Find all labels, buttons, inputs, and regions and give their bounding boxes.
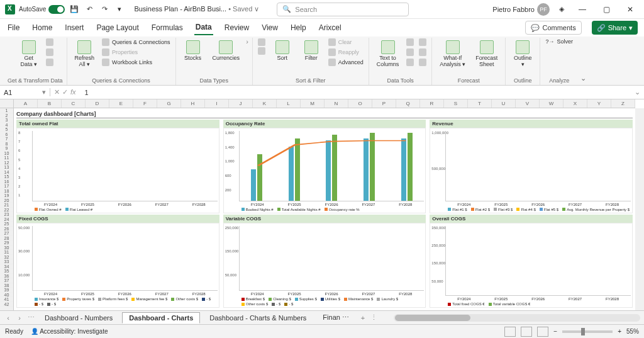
document-title[interactable]: Business Plan - AirBnB Busi... • Saved ∨ [134, 5, 259, 13]
tab-data[interactable]: Data [194, 20, 213, 35]
chart-occupancy-rate[interactable]: Occupancy Rate 2006001,0001,4001,800 FY2… [223, 120, 426, 213]
reapply-button[interactable]: Reapply [327, 48, 365, 57]
expand-formula-bar-icon[interactable]: ⌄ [631, 88, 644, 96]
properties-button[interactable]: Properties [101, 48, 172, 57]
new-sheet-button[interactable]: + [358, 314, 367, 322]
sort-icon [275, 40, 289, 54]
zoom-level[interactable]: 55% [626, 328, 639, 335]
qat-dropdown-icon[interactable]: ▾ [114, 4, 125, 15]
collapse-ribbon-icon[interactable]: ⌄ [578, 72, 589, 85]
tab-arixcel[interactable]: Arixcel [318, 21, 343, 35]
sort-button[interactable]: Sort [269, 38, 296, 64]
data-model-icon[interactable] [418, 58, 428, 67]
cancel-icon[interactable]: ✕ [54, 88, 60, 96]
sort-za-icon[interactable] [257, 47, 267, 55]
currencies-button[interactable]: Currencies [209, 38, 244, 64]
tab-page-layout[interactable]: Page Layout [95, 21, 140, 35]
sheet-tab[interactable]: Dashboard - Numbers [38, 312, 119, 324]
undo-icon[interactable]: ↶ [84, 4, 95, 15]
whatif-button[interactable]: What-IfAnalysis ▾ [436, 38, 469, 70]
refresh-all-button[interactable]: RefreshAll ▾ [71, 38, 99, 70]
column-headers[interactable]: ABCDEFGHIJKLMNOPQRSTUVWXYZ [14, 99, 635, 108]
sheet-list-icon[interactable]: ⋮ [370, 313, 379, 322]
group-forecast: What-IfAnalysis ▾ ForecastSheet Forecast [432, 38, 506, 85]
relationships-icon[interactable] [418, 48, 428, 57]
chevron-down-icon[interactable]: ▾ [42, 88, 46, 96]
data-validation-icon[interactable] [405, 58, 415, 67]
chart-total-owned-flat[interactable]: Total owned Flat 12345678 FY2024FY2025FY… [16, 120, 219, 213]
text-to-columns-button[interactable]: Text toColumns [373, 38, 403, 70]
chart-variable-cogs[interactable]: Variable COGS 50,000150,000250,000 FY202… [223, 215, 426, 308]
chart-revenue[interactable]: Revenue 500,0001,000,000 FY2024FY2025FY2… [430, 120, 633, 213]
sort-az-icon[interactable] [257, 38, 267, 47]
comments-button[interactable]: 💬 Comments [525, 21, 581, 35]
diamond-icon[interactable]: ◈ [556, 4, 567, 15]
row-headers[interactable]: 1234567891011121314151617181920212223242… [0, 108, 14, 310]
share-button[interactable]: 🔗 Share ▾ [592, 21, 638, 35]
chart-title: Occupancy Rate [223, 120, 426, 128]
sheet-nav-next[interactable]: › [15, 314, 24, 322]
minimize-button[interactable]: — [574, 1, 591, 18]
remove-dupes-icon[interactable] [405, 48, 415, 57]
page-break-view-icon[interactable] [537, 327, 548, 337]
stocks-button[interactable]: Stocks [180, 38, 206, 64]
tab-help[interactable]: Help [289, 21, 308, 35]
enter-icon[interactable]: ✓ [62, 88, 68, 96]
outline-button[interactable]: Outline▾ [509, 38, 536, 70]
horizontal-scrollbar[interactable] [394, 314, 640, 322]
chevron-right-icon[interactable]: › [246, 38, 248, 45]
solver-button[interactable]: ?→ Solver [544, 38, 574, 45]
tab-view[interactable]: View [260, 21, 279, 35]
vertical-scrollbar[interactable] [635, 108, 644, 310]
search-box[interactable]: 🔍 Search [277, 3, 409, 16]
chart-overall-cogs[interactable]: Overall COGS 50,000150,000250,000350,000… [430, 215, 633, 308]
get-data-button[interactable]: GetData ▾ [16, 38, 42, 70]
user-account[interactable]: Pietro Fabbro PF [492, 3, 550, 16]
fx-icon[interactable]: fx [70, 88, 76, 96]
tab-formulas[interactable]: Formulas [150, 21, 184, 35]
group-label: Get & Transform Data [8, 76, 63, 85]
chart-title: Total owned Flat [16, 120, 219, 128]
select-all-corner[interactable] [0, 99, 14, 108]
close-button[interactable]: ✕ [621, 1, 639, 18]
autosave-label: AutoSave [19, 6, 46, 13]
sheet-nav-prev[interactable]: ‹ [4, 314, 13, 322]
formula-input[interactable]: 1 [80, 89, 631, 96]
sheet-nav-more[interactable]: ⋯ [26, 313, 35, 322]
consolidate-icon[interactable] [418, 38, 428, 47]
zoom-in-button[interactable]: + [618, 328, 621, 335]
accessibility-status[interactable]: 👤 Accessibility: Investigate [31, 328, 108, 335]
toggle-switch-icon[interactable] [48, 5, 65, 14]
sheet-tab[interactable]: Dashboard - Charts [122, 312, 200, 324]
clear-button[interactable]: Clear [327, 38, 365, 47]
workbook-links-button[interactable]: Workbook Links [101, 58, 172, 67]
normal-view-icon[interactable] [504, 327, 516, 337]
search-placeholder: Search [295, 6, 317, 13]
refresh-icon [77, 40, 91, 54]
from-web-icon[interactable] [45, 48, 55, 57]
page-layout-view-icon[interactable] [521, 327, 532, 337]
flash-fill-icon[interactable] [405, 38, 415, 47]
sheet-tab[interactable]: Finan ⋯ [316, 312, 356, 324]
from-table-icon[interactable] [45, 58, 55, 67]
tab-home[interactable]: Home [31, 21, 53, 35]
autosave-toggle[interactable]: AutoSave [19, 5, 65, 14]
sheet-tab[interactable]: Dashboard - Charts & Numbers [203, 312, 313, 324]
queries-connections-button[interactable]: Queries & Connections [101, 38, 172, 47]
tab-file[interactable]: File [6, 21, 21, 35]
filter-button[interactable]: Filter [298, 38, 325, 64]
tab-insert[interactable]: Insert [64, 21, 85, 35]
worksheet-area[interactable]: ABCDEFGHIJKLMNOPQRSTUVWXYZ 1234567891011… [0, 99, 644, 310]
name-box[interactable]: A1▾ [0, 88, 50, 96]
zoom-out-button[interactable]: − [553, 328, 557, 335]
redo-icon[interactable]: ↷ [99, 4, 110, 15]
forecast-sheet-button[interactable]: ForecastSheet [472, 38, 501, 70]
save-icon[interactable]: 💾 [69, 4, 80, 15]
chart-fixed-cogs[interactable]: Fixed COGS 10,00030,00050,000 FY2024FY20… [16, 215, 219, 308]
maximize-button[interactable]: ▢ [597, 1, 615, 18]
advanced-button[interactable]: Advanced [327, 58, 365, 67]
tab-review[interactable]: Review [223, 21, 250, 35]
zoom-slider[interactable] [562, 330, 613, 333]
title-bar: AutoSave 💾 ↶ ↷ ▾ Business Plan - AirBnB … [0, 0, 644, 19]
from-text-icon[interactable] [45, 38, 55, 47]
